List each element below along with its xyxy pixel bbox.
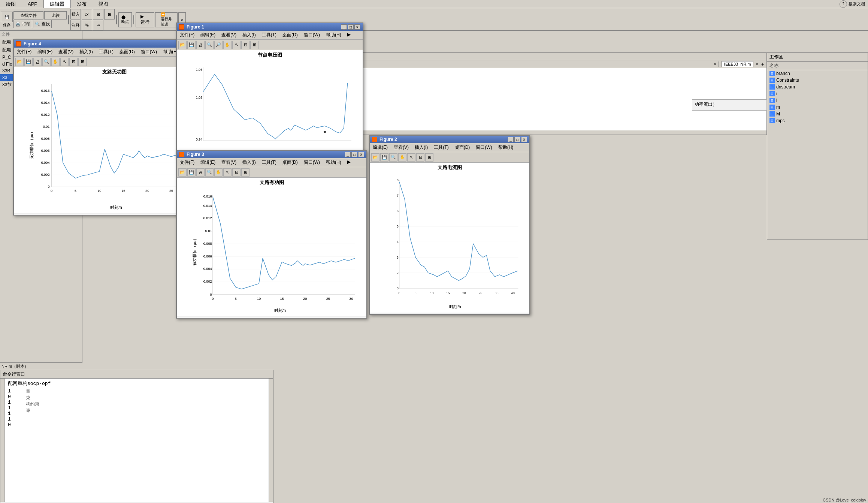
fig2-menu-tools[interactable]: 工具(T) xyxy=(432,144,450,151)
fig1-tool-print[interactable]: 🖨 xyxy=(196,41,205,49)
fig1-menu-window[interactable]: 窗口(W) xyxy=(302,31,321,39)
format-btn[interactable]: ⇥ xyxy=(93,20,103,30)
find-files-btn[interactable]: 查找文件 xyxy=(13,11,43,19)
fig1-menu-tools[interactable]: 工具(T) xyxy=(260,31,278,39)
fig2-menu-desktop[interactable]: 桌面(D) xyxy=(453,144,472,151)
tab-drawing[interactable]: 绘图 xyxy=(0,0,22,8)
fig3-maximize[interactable]: □ xyxy=(351,152,357,157)
fig4-tool-print[interactable]: 🖨 xyxy=(33,58,42,66)
fig2-tool-open[interactable]: 📂 xyxy=(371,153,379,162)
fig4-menu-edit[interactable]: 编辑(E) xyxy=(36,48,54,55)
fig1-tool-data[interactable]: ⊡ xyxy=(241,41,249,49)
fig3-minimize[interactable]: _ xyxy=(345,152,351,157)
fig2-menu-help[interactable]: 帮助(H) xyxy=(497,144,515,151)
fig3-tool-zoom[interactable]: 🔍 xyxy=(205,168,214,177)
workspace-item-mpc[interactable]: ⊞ mpc xyxy=(767,117,868,124)
fig3-menu-file[interactable]: 文件(F) xyxy=(178,159,196,166)
insert-btn[interactable]: 插入 xyxy=(70,9,81,19)
dedent-btn[interactable]: ⊞ xyxy=(104,9,115,19)
fig3-menu-window[interactable]: 窗口(W) xyxy=(302,159,321,166)
comment-btn[interactable]: 注释 xyxy=(70,20,81,30)
fig3-menu-desktop[interactable]: 桌面(D) xyxy=(281,159,299,166)
fig2-tool-data[interactable]: ⊡ xyxy=(416,153,424,162)
fx-btn[interactable]: fx xyxy=(82,9,92,19)
fig3-menu-edit[interactable]: 编辑(E) xyxy=(199,159,217,166)
fig2-tool-insert[interactable]: ⊞ xyxy=(425,153,433,162)
indent-btn[interactable]: ⊟ xyxy=(93,9,103,19)
search-btn[interactable]: 🔍 查找 xyxy=(33,20,52,28)
compare-btn[interactable]: 比较 xyxy=(44,11,67,19)
fig2-tool-select[interactable]: ↖ xyxy=(407,153,415,162)
fig2-close[interactable]: × xyxy=(521,137,527,142)
fig4-menu-desktop[interactable]: 桌面(D) xyxy=(118,48,136,55)
fig1-tool-open[interactable]: 📂 xyxy=(178,41,187,49)
fig4-menu-tools[interactable]: 工具(T) xyxy=(97,48,115,55)
add-tab-btn[interactable]: + xyxy=(761,61,764,67)
tab-app[interactable]: APP xyxy=(22,0,43,7)
fig1-tool-insert[interactable]: ⊞ xyxy=(250,41,258,49)
workspace-item-dnstream[interactable]: ⊞ dnstream xyxy=(767,84,868,90)
run-advance-btn[interactable]: ⏩运行并前进 xyxy=(155,12,178,27)
fig2-minimize[interactable]: _ xyxy=(508,137,514,142)
workspace-item-i[interactable]: ⊞ i xyxy=(767,90,868,97)
fig4-tool-save[interactable]: 💾 xyxy=(24,58,33,66)
save-btn[interactable]: 💾 xyxy=(1,12,13,22)
fig2-menu-edit[interactable]: 编辑(E) xyxy=(371,144,389,151)
cmd-scrollbar[interactable] xyxy=(269,379,273,502)
fig1-menu-file[interactable]: 文件(F) xyxy=(178,31,196,39)
workspace-item-M[interactable]: ⊞ M xyxy=(767,111,868,117)
fig2-menu-insert[interactable]: 插入(I) xyxy=(413,144,429,151)
fig4-tool-data[interactable]: ⊡ xyxy=(69,58,78,66)
fig1-tool-zoom-in[interactable]: 🔍 xyxy=(205,41,214,49)
fig1-minimize[interactable]: _ xyxy=(341,24,347,30)
fig4-menu-view[interactable]: 查看(V) xyxy=(57,48,75,55)
fig2-maximize[interactable]: □ xyxy=(514,137,520,142)
fig4-tool-select[interactable]: ↖ xyxy=(60,58,69,66)
fig1-menu-view[interactable]: 查看(V) xyxy=(220,31,238,39)
fig3-menu-insert[interactable]: 插入(I) xyxy=(241,159,257,166)
tab-view[interactable]: 视图 xyxy=(93,0,114,8)
workspace-item-branch[interactable]: ⊞ branch xyxy=(767,70,868,77)
fig1-close[interactable]: × xyxy=(354,24,360,30)
fig2-tool-save[interactable]: 💾 xyxy=(380,153,388,162)
fig3-tool-pan[interactable]: ✋ xyxy=(214,168,223,177)
fig3-menu-view[interactable]: 查看(V) xyxy=(220,159,238,166)
fig3-tool-open[interactable]: 📂 xyxy=(178,168,187,177)
fig1-tool-save[interactable]: 💾 xyxy=(187,41,196,49)
fig3-tool-data[interactable]: ⊡ xyxy=(232,168,241,177)
fig1-menu-help[interactable]: 帮助(H) xyxy=(324,31,343,39)
fig4-tool-open[interactable]: 📂 xyxy=(15,58,24,66)
fig3-tool-print[interactable]: 🖨 xyxy=(196,168,205,177)
workspace-item-l[interactable]: ⊞ l xyxy=(767,97,868,104)
tab-editor[interactable]: 编辑器 xyxy=(43,0,71,8)
fig3-tool-insert[interactable]: ⊞ xyxy=(241,168,249,177)
fig3-tool-save[interactable]: 💾 xyxy=(187,168,196,177)
fig2-menu-view[interactable]: 查看(V) xyxy=(392,144,410,151)
fig3-tool-select[interactable]: ↖ xyxy=(223,168,232,177)
workspace-item-constraints[interactable]: ⊞ Constraints xyxy=(767,77,868,84)
fig1-tool-zoom-out[interactable]: 🔎 xyxy=(214,41,223,49)
fig2-tool-pan[interactable]: ✋ xyxy=(398,153,406,162)
fig2-menu-window[interactable]: 窗口(W) xyxy=(474,144,493,151)
fig3-menu-help[interactable]: 帮助(H) xyxy=(324,159,343,166)
fig1-tool-pan[interactable]: ✋ xyxy=(223,41,232,49)
fig4-menu-window[interactable]: 窗口(W) xyxy=(139,48,158,55)
run-btn[interactable]: ▶运行 xyxy=(136,12,154,27)
fig4-menu-file[interactable]: 文件(F) xyxy=(15,48,33,55)
fig2-tool-zoom[interactable]: 🔍 xyxy=(389,153,397,162)
help-btn[interactable]: ? xyxy=(840,0,847,8)
fig1-menu-desktop[interactable]: 桌面(D) xyxy=(281,31,299,39)
fig4-tool-zoom[interactable]: 🔍 xyxy=(42,58,51,66)
fig4-menu-insert[interactable]: 插入(I) xyxy=(78,48,94,55)
ieee-tab[interactable]: IEEE33_NR.m xyxy=(722,61,754,67)
close-tab-btn[interactable]: × xyxy=(756,62,758,66)
fig1-menu-insert[interactable]: 插入(I) xyxy=(241,31,257,39)
fig4-tool-pan[interactable]: ✋ xyxy=(51,58,60,66)
fig3-close[interactable]: × xyxy=(358,152,364,157)
tab-publish[interactable]: 发布 xyxy=(71,0,93,8)
print-btn[interactable]: 🖨️ 打印 xyxy=(13,20,32,28)
fig1-tool-select[interactable]: ↖ xyxy=(232,41,241,49)
fig3-menu-tools[interactable]: 工具(T) xyxy=(260,159,278,166)
fig1-maximize[interactable]: □ xyxy=(348,24,354,30)
sub-panel-close[interactable]: × xyxy=(714,62,716,66)
